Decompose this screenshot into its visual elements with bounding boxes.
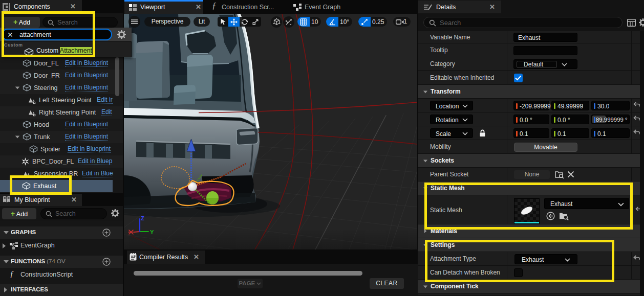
- svg-text:Z: Z: [141, 215, 144, 221]
